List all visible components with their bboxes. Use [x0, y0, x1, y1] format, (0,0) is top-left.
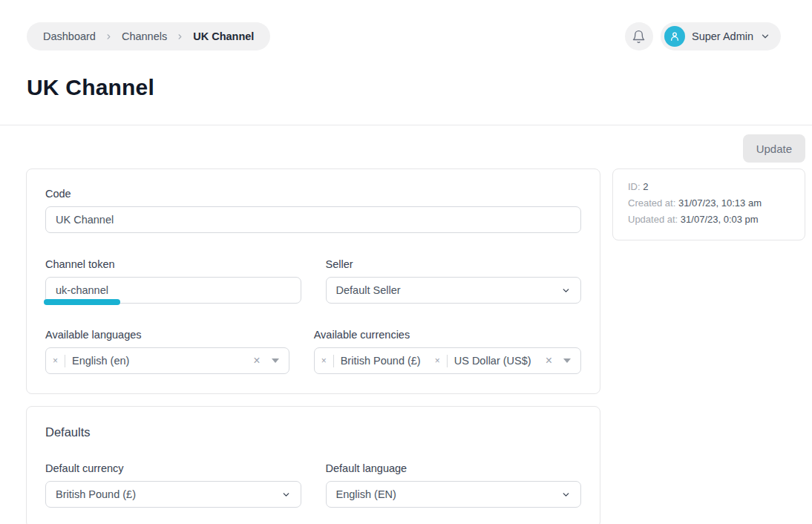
topbar-right: Super Admin — [625, 22, 781, 50]
language-token: × English (en) — [53, 355, 129, 367]
chevron-right-icon — [105, 33, 113, 41]
chevron-right-icon — [176, 33, 184, 41]
record-info-card: ID: 2 Created at: 31/07/23, 10:13 am Upd… — [612, 168, 805, 240]
breadcrumb: Dashboard Channels UK Channel — [27, 22, 270, 50]
breadcrumb-item-channels[interactable]: Channels — [122, 30, 167, 42]
breadcrumb-item-dashboard[interactable]: Dashboard — [43, 30, 96, 42]
token-divider — [333, 355, 334, 367]
action-row: Update — [26, 134, 805, 163]
record-created: Created at: 31/07/23, 10:13 am — [628, 195, 790, 212]
record-updated-label: Updated at: — [628, 214, 678, 225]
default-currency-label: Default currency — [45, 462, 301, 474]
chevron-down-icon — [281, 490, 291, 500]
record-created-label: Created at: — [628, 197, 675, 209]
currencies-label: Available currencies — [314, 329, 581, 341]
currencies-multiselect[interactable]: × British Pound (£) × US Dollar (US$) × — [314, 347, 581, 374]
currency-token: × US Dollar (US$) — [435, 355, 531, 367]
user-menu[interactable]: Super Admin — [661, 22, 781, 50]
accent-underline — [44, 299, 120, 305]
seller-label: Seller — [326, 258, 582, 270]
main-column: Code Channel token Seller Default Seller — [26, 168, 600, 524]
currency-token-label: British Pound (£) — [341, 355, 421, 367]
record-id-label: ID: — [628, 181, 641, 192]
languages-field: Available languages × English (en) × — [45, 329, 289, 374]
languages-label: Available languages — [45, 329, 289, 341]
remove-token-icon[interactable]: × — [435, 356, 440, 365]
person-icon — [669, 30, 681, 42]
record-id: ID: 2 — [628, 179, 790, 195]
user-name: Super Admin — [692, 30, 753, 42]
languages-multiselect[interactable]: × English (en) × — [45, 347, 289, 374]
content: Update Code Channel token Seller — [0, 125, 812, 524]
clear-all-icon[interactable]: × — [253, 355, 260, 367]
channel-token-field: Channel token — [45, 258, 301, 304]
record-id-value: 2 — [643, 181, 648, 192]
record-created-value: 31/07/23, 10:13 am — [678, 197, 762, 209]
record-updated: Updated at: 31/07/23, 0:03 pm — [628, 212, 790, 228]
record-updated-value: 31/07/23, 0:03 pm — [681, 214, 759, 225]
chevron-down-icon — [561, 286, 571, 295]
dropdown-caret-icon[interactable] — [563, 358, 571, 363]
page-title: UK Channel — [27, 73, 812, 102]
remove-token-icon[interactable]: × — [321, 356, 327, 365]
update-button[interactable]: Update — [743, 134, 805, 163]
currency-token-label: US Dollar (US$) — [454, 355, 531, 367]
topbar: Dashboard Channels UK Channel Super Admi… — [0, 0, 812, 50]
default-currency-select[interactable]: British Pound (£) — [45, 481, 301, 508]
clear-all-icon[interactable]: × — [546, 355, 552, 367]
defaults-heading: Defaults — [45, 425, 581, 439]
seller-selected-value: Default Seller — [336, 284, 401, 296]
side-column: ID: 2 Created at: 31/07/23, 10:13 am Upd… — [612, 168, 805, 240]
default-currency-value: British Pound (£) — [56, 488, 136, 500]
defaults-card: Defaults Default currency British Pound … — [26, 406, 600, 524]
dropdown-caret-icon[interactable] — [272, 358, 279, 363]
breadcrumb-item-current: UK Channel — [193, 30, 254, 42]
currencies-field: Available currencies × British Pound (£)… — [314, 329, 581, 374]
default-language-field: Default language English (EN) — [326, 462, 582, 508]
channel-token-label: Channel token — [45, 258, 301, 270]
chevron-down-icon — [760, 31, 770, 42]
seller-select[interactable]: Default Seller — [326, 277, 582, 304]
default-language-select[interactable]: English (EN) — [326, 481, 582, 508]
default-language-value: English (EN) — [336, 488, 396, 500]
general-card: Code Channel token Seller Default Seller — [26, 168, 600, 394]
bell-icon — [632, 30, 646, 44]
code-input[interactable] — [45, 206, 581, 233]
currency-token: × British Pound (£) — [321, 355, 421, 367]
token-divider — [65, 355, 65, 367]
default-language-label: Default language — [326, 462, 582, 474]
chevron-down-icon — [561, 490, 571, 500]
default-currency-field: Default currency British Pound (£) — [45, 462, 301, 508]
code-label: Code — [45, 188, 581, 200]
seller-field: Seller Default Seller — [326, 258, 582, 304]
language-token-label: English (en) — [72, 355, 129, 367]
token-divider — [447, 355, 448, 367]
notifications-button[interactable] — [625, 22, 653, 50]
remove-token-icon[interactable]: × — [53, 356, 58, 365]
user-avatar — [664, 26, 685, 47]
